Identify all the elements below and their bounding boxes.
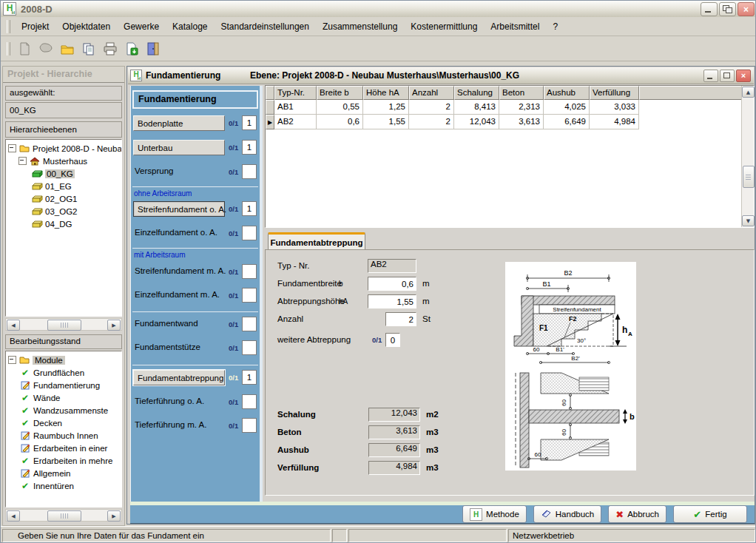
- check-icon: ✔: [19, 368, 31, 378]
- column-header[interactable]: Breite b: [317, 86, 363, 100]
- tree-item-module[interactable]: ✔ Grundflächen: [6, 366, 121, 379]
- scroll-up-button[interactable]: ▲: [742, 87, 755, 98]
- menu-standardeinstellungen[interactable]: Standardeinstellungen: [214, 18, 315, 35]
- count-field[interactable]: 1: [242, 201, 257, 216]
- nav-item-streifenfundament-oa: Streifenfundament o. A. 0/1 1: [133, 201, 260, 217]
- tree-item-project[interactable]: Projekt 2008-D - Neubau: [6, 142, 121, 155]
- collapse-icon[interactable]: [8, 356, 16, 364]
- collapse-icon[interactable]: [8, 144, 16, 152]
- tree-item-module[interactable]: Raumbuch Innen: [6, 429, 121, 442]
- tree-item-module[interactable]: Erdarbeiten in einer: [6, 442, 121, 454]
- fundamentabtreppung-button[interactable]: Fundamentabtreppung: [133, 370, 225, 385]
- count-field[interactable]: [242, 288, 257, 303]
- column-header[interactable]: Beton: [499, 86, 544, 100]
- menu-kostenermittlung[interactable]: Kostenermittlung: [404, 18, 484, 35]
- scroll-right-button[interactable]: ▶: [107, 510, 121, 522]
- streifenfundament-oa-button[interactable]: Streifenfundament o. A.: [133, 201, 225, 217]
- main-titlebar: HH 2008-D ×: [1, 1, 756, 18]
- count-field[interactable]: [242, 418, 257, 433]
- menubar-grip: [7, 20, 10, 33]
- column-header[interactable]: Schalung: [454, 86, 499, 100]
- tab-fundamentabtreppung[interactable]: Fundamentabtreppung: [268, 232, 365, 250]
- open-project-icon[interactable]: [36, 39, 55, 58]
- menu-arbeitsmittel[interactable]: Arbeitsmittel: [484, 18, 546, 35]
- count-field[interactable]: [242, 394, 257, 409]
- aushub-label: Aushub: [277, 445, 309, 454]
- tree-item-module[interactable]: ✔ Decken: [6, 416, 121, 429]
- menu-help[interactable]: ?: [546, 18, 564, 35]
- tree-item-level-04dg[interactable]: 04_DG: [6, 217, 121, 230]
- tree-item-level-01eg[interactable]: 01_EG: [6, 180, 121, 192]
- anzahl-input[interactable]: [385, 312, 416, 326]
- count-field[interactable]: 1: [242, 140, 257, 155]
- unterbau-button[interactable]: Unterbau: [133, 140, 225, 155]
- scroll-down-button[interactable]: ▼: [742, 215, 755, 226]
- count-field[interactable]: [242, 226, 257, 240]
- menu-zusammenstellung[interactable]: Zusammenstellung: [316, 18, 404, 35]
- tree-item-module[interactable]: ✔ Erdarbeiten in mehre: [6, 454, 121, 467]
- column-header[interactable]: Höhe hA: [363, 86, 409, 100]
- count-field[interactable]: 1: [242, 115, 257, 130]
- tree-item-module[interactable]: Allgemein: [6, 467, 121, 479]
- column-header[interactable]: Aushub: [544, 86, 590, 100]
- scroll-left-button[interactable]: ◀: [7, 510, 20, 522]
- inner-close-button[interactable]: ×: [736, 70, 751, 82]
- count-field[interactable]: 1: [242, 370, 257, 385]
- scroll-thumb[interactable]: [743, 166, 755, 188]
- fundamentbreite-input[interactable]: [368, 277, 416, 291]
- print-icon[interactable]: [101, 39, 120, 58]
- new-document-icon[interactable]: [15, 39, 34, 58]
- close-button[interactable]: ×: [738, 2, 755, 16]
- exit-door-icon[interactable]: [144, 39, 163, 58]
- count-field[interactable]: [242, 264, 257, 279]
- edit-pencil-icon: [19, 443, 31, 453]
- column-header[interactable]: Verfüllung: [590, 86, 639, 100]
- methode-button[interactable]: H Methode: [462, 505, 527, 523]
- tree-item-building[interactable]: Musterhaus: [6, 155, 121, 167]
- cell-typnr[interactable]: AB2: [274, 115, 317, 129]
- menu-projekt[interactable]: Projekt: [15, 18, 55, 35]
- abbruch-button[interactable]: ✖ Abbruch: [608, 505, 666, 523]
- export-icon[interactable]: [122, 39, 141, 58]
- tree-item-module-root[interactable]: Module: [6, 354, 121, 366]
- scroll-thumb[interactable]: [47, 320, 81, 331]
- column-header[interactable]: Typ-Nr.: [274, 86, 317, 100]
- tree-item-module[interactable]: ✔ Wände: [6, 391, 121, 404]
- diagram-label-ha: h: [622, 325, 627, 335]
- tree-item-module[interactable]: ✔ Innentüren: [6, 479, 121, 492]
- tree-item-level-00kg[interactable]: 00_KG: [6, 167, 121, 180]
- tree-item-module[interactable]: Fundamentierung: [6, 379, 121, 391]
- bodenplatte-button[interactable]: Bodenplatte: [133, 115, 225, 131]
- hierarchy-tree-hscrollbar[interactable]: ◀ ▶: [5, 318, 122, 331]
- open-folder-icon[interactable]: [58, 39, 77, 58]
- nav-item-fundamentabtreppung: Fundamentabtreppung 0/1 1: [133, 370, 260, 385]
- menu-gewerke[interactable]: Gewerke: [117, 18, 166, 35]
- copy-icon[interactable]: [79, 39, 98, 58]
- tree-item-level-03og2[interactable]: 03_OG2: [6, 205, 121, 217]
- menu-objektdaten[interactable]: Objektdaten: [55, 18, 117, 35]
- handbuch-button[interactable]: Handbuch: [533, 505, 601, 523]
- count-field[interactable]: [242, 340, 257, 355]
- column-header[interactable]: Anzahl: [409, 86, 454, 100]
- restore-button[interactable]: [719, 2, 736, 16]
- inner-minimize-button[interactable]: [703, 70, 718, 82]
- cell-typnr[interactable]: AB1: [274, 100, 317, 115]
- table-vscrollbar[interactable]: ▲ ▼: [741, 86, 754, 227]
- nav-item-fundamentwand: Fundamentwand 0/1: [133, 317, 260, 332]
- fertig-button[interactable]: ✔ Fertig: [673, 505, 747, 523]
- count-field[interactable]: [242, 317, 257, 331]
- minimize-button[interactable]: [701, 2, 718, 16]
- modules-tree-hscrollbar[interactable]: ◀ ▶: [5, 509, 122, 522]
- scroll-left-button[interactable]: ◀: [7, 320, 20, 331]
- scroll-right-button[interactable]: ▶: [107, 320, 121, 331]
- abtreppungshoehe-input[interactable]: [368, 294, 416, 308]
- collapse-icon[interactable]: [18, 157, 27, 165]
- nav-item-einzelfundament-oa: Einzelfundament o. A. 0/1: [133, 226, 260, 241]
- inner-maximize-button[interactable]: [720, 70, 735, 82]
- tree-item-level-02og1[interactable]: 02_OG1: [6, 192, 121, 205]
- tree-item-module[interactable]: ✔ Wandzusammenste: [6, 404, 121, 416]
- weitere-abtreppung-input[interactable]: [385, 333, 400, 347]
- count-field[interactable]: [242, 164, 257, 179]
- menu-kataloge[interactable]: Kataloge: [166, 18, 214, 35]
- scroll-thumb[interactable]: [47, 510, 81, 522]
